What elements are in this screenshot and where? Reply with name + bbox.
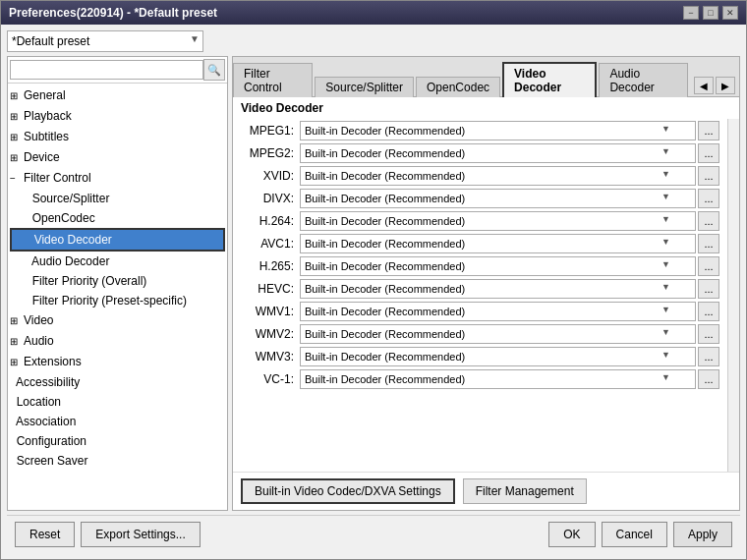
ok-button[interactable]: OK (548, 522, 595, 547)
decoder-select-wrap-mpeg1: Built-in Decoder (Recommended) ▼ (300, 121, 696, 140)
panel-bottom-buttons: Built-in Video Codec/DXVA Settings Filte… (233, 472, 739, 510)
codec-settings-button[interactable]: Built-in Video Codec/DXVA Settings (241, 478, 455, 504)
sidebar-item-video-decoder[interactable]: Video Decoder (10, 228, 225, 252)
decoder-select-h264[interactable]: Built-in Decoder (Recommended) (300, 211, 696, 231)
cancel-button[interactable]: Cancel (602, 522, 667, 547)
sidebar-item-general[interactable]: ⊞General (10, 85, 225, 106)
sidebar-item-screen-saver[interactable]: Screen Saver (10, 451, 225, 471)
search-button[interactable]: 🔍 (203, 59, 225, 81)
sidebar-item-filter-priority-overall[interactable]: Filter Priority (Overall) (10, 271, 225, 291)
decoder-more-button-wmv1[interactable]: ... (698, 302, 719, 321)
decoder-select-mpeg1[interactable]: Built-in Decoder (Recommended) (300, 121, 696, 140)
decoder-select-h265[interactable]: Built-in Decoder (Recommended) (300, 256, 696, 276)
decoder-label-wmv3: WMV3: (241, 350, 300, 364)
decoder-select-xvid[interactable]: Built-in Decoder (Recommended) (300, 166, 696, 186)
decoder-label-mpeg2: MPEG2: (241, 146, 300, 160)
table-row: AVC1: Built-in Decoder (Recommended) ▼ .… (241, 234, 719, 253)
reset-button[interactable]: Reset (15, 522, 75, 547)
main-body: 🔍 ⊞General ⊞Playback ⊞Subtitles ⊞Device … (7, 56, 740, 511)
apply-button[interactable]: Apply (673, 522, 732, 547)
table-row: VC-1: Built-in Decoder (Recommended) ▼ .… (241, 369, 719, 389)
tab-prev-button[interactable]: ◀ (694, 77, 714, 94)
decoder-select-wrap-wmv3: Built-in Decoder (Recommended) ▼ (300, 347, 696, 366)
decoder-more-button-mpeg1[interactable]: ... (698, 121, 719, 140)
main-window: Preferences(220914) - *Default preset − … (0, 0, 747, 560)
decoder-select-wrap-h264: Built-in Decoder (Recommended) ▼ (300, 211, 696, 231)
table-row: WMV3: Built-in Decoder (Recommended) ▼ .… (241, 347, 719, 366)
tab-filter-control[interactable]: Filter Control (233, 63, 313, 97)
decoder-more-button-xvid[interactable]: ... (698, 166, 719, 186)
export-settings-button[interactable]: Export Settings... (81, 522, 200, 547)
tabs-bar: Filter Control Source/Splitter OpenCodec… (233, 57, 739, 97)
sidebar-item-audio[interactable]: ⊞Audio (10, 331, 225, 352)
decoder-select-wrap-mpeg2: Built-in Decoder (Recommended) ▼ (300, 143, 696, 163)
sidebar-item-association[interactable]: Association (10, 412, 225, 431)
sidebar-item-subtitles[interactable]: ⊞Subtitles (10, 127, 225, 147)
sidebar-item-source-splitter[interactable]: Source/Splitter (10, 189, 225, 208)
decoder-label-vc1: VC-1: (241, 372, 300, 386)
sidebar-item-device[interactable]: ⊞Device (10, 147, 225, 168)
decoder-more-button-h265[interactable]: ... (698, 256, 719, 276)
decoder-select-avc1[interactable]: Built-in Decoder (Recommended) (300, 234, 696, 253)
table-row: H.264: Built-in Decoder (Recommended) ▼ … (241, 211, 719, 231)
table-row: MPEG2: Built-in Decoder (Recommended) ▼ … (241, 143, 719, 163)
decoder-select-mpeg2[interactable]: Built-in Decoder (Recommended) (300, 143, 696, 163)
maximize-button[interactable]: □ (703, 6, 718, 20)
sidebar-item-configuration[interactable]: Configuration (10, 431, 225, 451)
decoder-select-wmv3[interactable]: Built-in Decoder (Recommended) (300, 347, 696, 366)
sidebar-item-playback[interactable]: ⊞Playback (10, 106, 225, 127)
decoder-select-wrap-vc1: Built-in Decoder (Recommended) ▼ (300, 369, 696, 389)
bottom-bar: Reset Export Settings... OK Cancel Apply (7, 515, 740, 553)
preset-row: *Default preset (7, 30, 740, 52)
tab-next-button[interactable]: ▶ (716, 77, 735, 94)
decoder-select-wmv2[interactable]: Built-in Decoder (Recommended) (300, 324, 696, 344)
close-button[interactable]: ✕ (722, 6, 738, 20)
decoder-select-vc1[interactable]: Built-in Decoder (Recommended) (300, 369, 696, 389)
decoder-more-button-vc1[interactable]: ... (698, 369, 719, 389)
tab-opencodec[interactable]: OpenCodec (416, 77, 500, 97)
decoder-more-button-wmv2[interactable]: ... (698, 324, 719, 344)
decoder-label-h265: H.265: (241, 259, 300, 273)
sidebar-item-filter-control[interactable]: −Filter Control (10, 168, 225, 189)
sidebar-item-extensions[interactable]: ⊞Extensions (10, 352, 225, 372)
decoder-more-button-hevc[interactable]: ... (698, 279, 719, 299)
table-row: MPEG1: Built-in Decoder (Recommended) ▼ … (241, 121, 719, 140)
decoder-more-button-divx[interactable]: ... (698, 189, 719, 208)
decoder-list: MPEG1: Built-in Decoder (Recommended) ▼ … (233, 119, 727, 472)
sidebar-item-video[interactable]: ⊞Video (10, 310, 225, 331)
decoder-select-wrap-wmv2: Built-in Decoder (Recommended) ▼ (300, 324, 696, 344)
decoder-more-button-mpeg2[interactable]: ... (698, 143, 719, 163)
table-row: H.265: Built-in Decoder (Recommended) ▼ … (241, 256, 719, 276)
decoder-label-wmv1: WMV1: (241, 305, 300, 318)
search-input[interactable] (10, 60, 203, 80)
table-row: DIVX: Built-in Decoder (Recommended) ▼ .… (241, 189, 719, 208)
panel-title: Video Decoder (233, 97, 739, 119)
minimize-button[interactable]: − (683, 6, 699, 20)
sidebar-search: 🔍 (8, 57, 227, 84)
preset-dropdown[interactable]: *Default preset (7, 30, 203, 52)
sidebar-item-accessibility[interactable]: Accessibility (10, 372, 225, 392)
sidebar-item-filter-priority-preset[interactable]: Filter Priority (Preset-specific) (10, 291, 225, 310)
table-row: WMV2: Built-in Decoder (Recommended) ▼ .… (241, 324, 719, 344)
decoder-more-button-avc1[interactable]: ... (698, 234, 719, 253)
table-row: HEVC: Built-in Decoder (Recommended) ▼ .… (241, 279, 719, 299)
tab-video-decoder[interactable]: Video Decoder (502, 62, 597, 97)
sidebar-item-audio-decoder[interactable]: Audio Decoder (10, 252, 225, 271)
tab-source-splitter[interactable]: Source/Splitter (315, 77, 414, 97)
tab-audio-decoder[interactable]: Audio Decoder (599, 63, 688, 97)
decoder-select-wmv1[interactable]: Built-in Decoder (Recommended) (300, 302, 696, 321)
preset-select-wrap: *Default preset (7, 30, 203, 52)
scrollbar-track[interactable] (727, 119, 739, 472)
sidebar-item-location[interactable]: Location (10, 392, 225, 412)
decoder-more-button-wmv3[interactable]: ... (698, 347, 719, 366)
decoder-select-divx[interactable]: Built-in Decoder (Recommended) (300, 189, 696, 208)
bottom-right-buttons: OK Cancel Apply (548, 522, 732, 547)
decoder-select-hevc[interactable]: Built-in Decoder (Recommended) (300, 279, 696, 299)
sidebar-item-opencodec[interactable]: OpenCodec (10, 208, 225, 228)
decoder-select-wrap-hevc: Built-in Decoder (Recommended) ▼ (300, 279, 696, 299)
content-area: *Default preset 🔍 ⊞General ⊞Playback ⊞Su… (1, 25, 746, 559)
tree: ⊞General ⊞Playback ⊞Subtitles ⊞Device −F… (8, 84, 227, 510)
sidebar: 🔍 ⊞General ⊞Playback ⊞Subtitles ⊞Device … (7, 56, 228, 511)
decoder-more-button-h264[interactable]: ... (698, 211, 719, 231)
filter-management-button[interactable]: Filter Management (463, 478, 587, 504)
